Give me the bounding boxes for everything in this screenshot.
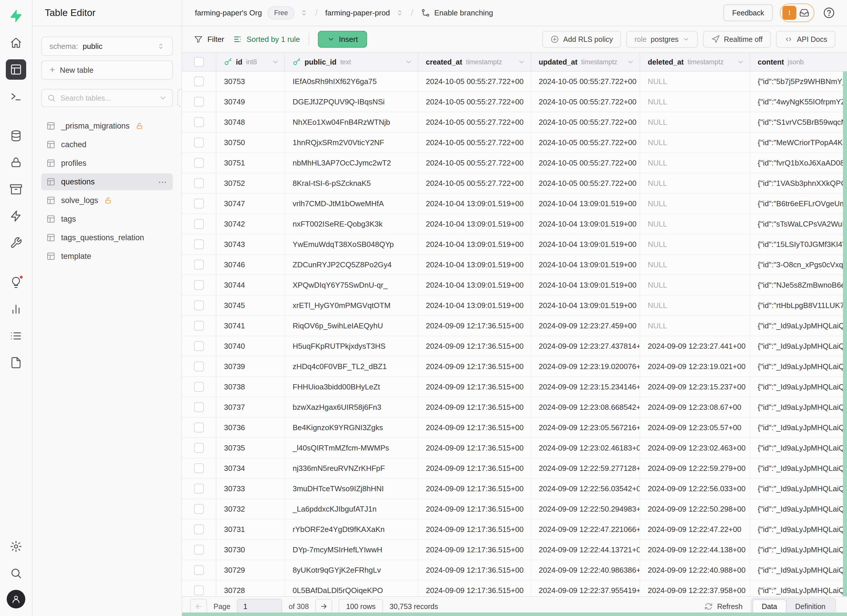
cell-content[interactable]: {"id":"3-O8cn_xPgs0cVxqKE: [750, 255, 847, 274]
cell-content[interactable]: {"id":"_Id9aLyJpMHQLaiQG: [750, 560, 847, 580]
row-checkbox[interactable]: [194, 423, 204, 432]
chevron-down-icon[interactable]: [627, 58, 635, 66]
cell-deleted_at[interactable]: NULL: [640, 234, 750, 254]
row-checkbox[interactable]: [194, 199, 204, 209]
cell-updated_at[interactable]: 2024-10-05 00:55:27.722+00: [531, 133, 640, 152]
cell-created_at[interactable]: 2024-10-05 00:55:27.722+00: [418, 72, 531, 91]
cell-updated_at[interactable]: 2024-09-09 12:22:44.13721+00: [531, 540, 640, 560]
cell-created_at[interactable]: 2024-09-09 12:17:36.515+00: [418, 336, 531, 356]
cell-updated_at[interactable]: 2024-09-09 12:23:05.567216+00: [531, 418, 640, 438]
cell-created_at[interactable]: 2024-09-09 12:17:36.515+00: [418, 377, 531, 397]
search-icon[interactable]: [6, 563, 26, 584]
org-switch-icon[interactable]: [300, 9, 308, 16]
row-checkbox[interactable]: [194, 301, 204, 310]
cell-public_id[interactable]: YwEmuWdqT38XoSB048QYp: [285, 234, 418, 254]
row-checkbox[interactable]: [194, 504, 204, 514]
cell-deleted_at[interactable]: 2024-09-09 12:23:19.021+00: [640, 357, 750, 376]
refresh-button[interactable]: Refresh: [704, 602, 742, 611]
cell-created_at[interactable]: 2024-10-04 13:09:01.519+00: [418, 296, 531, 315]
cell-id[interactable]: 30731: [216, 519, 285, 539]
cell-created_at[interactable]: 2024-10-04 13:09:01.519+00: [418, 214, 531, 234]
cell-updated_at[interactable]: 2024-09-09 12:22:40.986386+00: [531, 560, 640, 580]
cell-public_id[interactable]: DYp-7mcyMSIrHefLYIwwH: [285, 540, 418, 560]
cell-created_at[interactable]: 2024-10-04 13:09:01.519+00: [418, 275, 531, 295]
cell-public_id[interactable]: zHDq4c0F0VBF_TL2_dBZ1: [285, 357, 418, 376]
cell-deleted_at[interactable]: NULL: [640, 194, 750, 214]
logs-icon[interactable]: [6, 326, 26, 346]
cell-updated_at[interactable]: 2024-09-09 12:22:37.955419+00: [531, 581, 640, 596]
cell-content[interactable]: {"id":"1VASb3phnXXkQPCpv: [750, 173, 847, 193]
cell-deleted_at[interactable]: 2024-09-09 12:23:02.463+00: [640, 438, 750, 458]
cell-updated_at[interactable]: 2024-09-09 12:23:08.668542+00: [531, 397, 640, 417]
user-avatar[interactable]: [7, 590, 25, 609]
realtime-toggle-button[interactable]: Realtime off: [703, 31, 771, 48]
row-checkbox[interactable]: [194, 565, 204, 575]
cell-updated_at[interactable]: 2024-10-04 13:09:01.519+00: [531, 296, 640, 315]
cell-created_at[interactable]: 2024-10-04 13:09:01.519+00: [418, 194, 531, 214]
cell-deleted_at[interactable]: 2024-09-09 12:22:40.988+00: [640, 560, 750, 580]
project-breadcrumb[interactable]: farming-paper-prod: [325, 9, 390, 18]
column-header-content[interactable]: contentjsonb: [750, 53, 847, 71]
cell-id[interactable]: 30752: [216, 173, 285, 193]
tab-definition[interactable]: Definition: [786, 600, 834, 613]
cell-deleted_at[interactable]: 2024-09-09 12:22:37.958+00: [640, 581, 750, 596]
cell-deleted_at[interactable]: NULL: [640, 112, 750, 132]
select-all-checkbox[interactable]: [194, 57, 204, 67]
prev-page-button[interactable]: [190, 599, 207, 614]
cell-deleted_at[interactable]: 2024-09-09 12:22:59.279+00: [640, 458, 750, 478]
cell-id[interactable]: 30748: [216, 112, 285, 132]
auth-icon[interactable]: [6, 152, 26, 173]
cell-created_at[interactable]: 2024-10-04 13:09:01.519+00: [418, 255, 531, 274]
cell-public_id[interactable]: 3muDHTceTWso9IZj8hHNI: [285, 479, 418, 498]
row-checkbox[interactable]: [194, 77, 204, 86]
cell-content[interactable]: {"id":"_Id9aLyJpMHQLaiQG: [750, 336, 847, 356]
reports-icon[interactable]: [6, 299, 26, 319]
cell-id[interactable]: 30749: [216, 92, 285, 112]
row-checkbox[interactable]: [194, 280, 204, 290]
cell-id[interactable]: 30728: [216, 581, 285, 596]
row-checkbox[interactable]: [194, 137, 204, 147]
cell-public_id[interactable]: NhXEo1Xw04FnB4RzWTNjb: [285, 112, 418, 132]
row-checkbox[interactable]: [194, 525, 204, 534]
cell-public_id[interactable]: nbMhHL3AP7OcCJymc2wT2: [285, 153, 418, 173]
cell-public_id[interactable]: vrlh7CMD-JtM1bOweMHfA: [285, 194, 418, 214]
cell-content[interactable]: {"id":"_Id9aLyJpMHQLaiQG: [750, 581, 847, 596]
cell-id[interactable]: 30737: [216, 397, 285, 417]
notifications-button[interactable]: [780, 3, 815, 22]
cell-id[interactable]: 30743: [216, 234, 285, 254]
home-icon[interactable]: [6, 32, 26, 53]
cell-updated_at[interactable]: 2024-09-09 12:23:27.459+00: [531, 316, 640, 336]
sort-filter-button[interactable]: [177, 89, 182, 107]
cell-content[interactable]: {"id":"_Id9aLyJpMHQLaiQG: [750, 418, 847, 438]
cell-public_id[interactable]: _La6pddxcKJIbgufATJ1n: [285, 499, 418, 519]
cell-id[interactable]: 30738: [216, 377, 285, 397]
cell-public_id[interactable]: ZDCunRYJP2CQ5Z8Po2Gy4: [285, 255, 418, 274]
sql-editor-icon[interactable]: [6, 86, 26, 106]
cell-id[interactable]: 30733: [216, 479, 285, 498]
sidebar-table-tags[interactable]: tags: [41, 211, 173, 227]
chevron-down-icon[interactable]: [405, 58, 412, 66]
row-checkbox[interactable]: [194, 484, 204, 494]
cell-content[interactable]: {"id":"4wyNgK55IOfrpmYZc: [750, 92, 847, 112]
cell-content[interactable]: {"id":"15LSIyT0JGMf3KI4Vn: [750, 234, 847, 254]
cell-content[interactable]: {"id":"rtHbLpgB8V11LUK7152: [750, 296, 847, 315]
cell-deleted_at[interactable]: 2024-09-09 12:23:08.67+00: [640, 397, 750, 417]
cell-content[interactable]: {"id":"_Id9aLyJpMHQLaiQG: [750, 357, 847, 376]
filter-button[interactable]: Filter: [194, 35, 224, 44]
project-switch-icon[interactable]: [396, 9, 403, 16]
sidebar-table-solve_logs[interactable]: solve_logs: [41, 192, 173, 209]
cell-content[interactable]: {"id":"_Id9aLyJpMHQLaiQG: [750, 479, 847, 498]
cell-content[interactable]: {"id":"MeWCriorTPopA4Kc9: [750, 133, 847, 152]
row-checkbox[interactable]: [194, 178, 204, 188]
cell-public_id[interactable]: IEfA0sRh9hIXf62Y6ga75: [285, 72, 418, 91]
cell-content[interactable]: {"id":"_Id9aLyJpMHQLaiQG: [750, 499, 847, 519]
cell-id[interactable]: 30740: [216, 336, 285, 356]
row-checkbox[interactable]: [194, 361, 204, 371]
cell-content[interactable]: {"id":"B6tr6eEFLrOVgeUmH: [750, 194, 847, 214]
settings-icon[interactable]: [6, 536, 26, 557]
cell-id[interactable]: 30745: [216, 296, 285, 315]
cell-updated_at[interactable]: 2024-09-09 12:22:56.03542+00: [531, 479, 640, 498]
vertical-scrollbar[interactable]: [843, 72, 847, 596]
cell-id[interactable]: 30730: [216, 540, 285, 560]
cell-updated_at[interactable]: 2024-10-04 13:09:01.519+00: [531, 214, 640, 234]
